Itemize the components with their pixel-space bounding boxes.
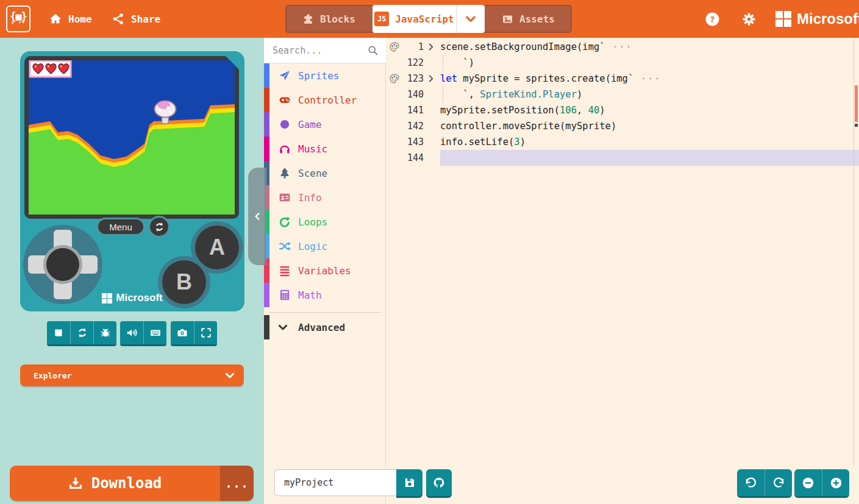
- indent-guide: [443, 55, 443, 71]
- sim-reset-button[interactable]: [148, 216, 170, 238]
- redo-button[interactable]: [765, 469, 792, 496]
- line-number: 123: [401, 73, 424, 84]
- code-line-140[interactable]: 140 `, SpriteKind.Player): [386, 87, 859, 102]
- debug-icon: [100, 327, 111, 338]
- code-token: `): [440, 57, 474, 68]
- redo-icon: [772, 477, 785, 489]
- tab-javascript-dropdown[interactable]: [456, 5, 485, 33]
- explorer-toggle[interactable]: Explorer: [20, 364, 244, 386]
- simulator-screen-bezel: [24, 56, 239, 219]
- fullscreen-button[interactable]: [194, 321, 217, 344]
- toolbox-category-sprites[interactable]: Sprites: [264, 63, 386, 88]
- code-editor[interactable]: 1scene.setBackgroundImage(img` ···122 `)…: [386, 38, 859, 504]
- toolbox-category-variables[interactable]: Variables: [264, 258, 386, 283]
- toolbox-search-input[interactable]: Search...: [264, 38, 386, 63]
- fold-chevron-icon[interactable]: [427, 43, 435, 51]
- code-text: controller.moveSprite(mySprite): [440, 121, 616, 132]
- header: {■} + •• Home Share Blocks JS JavaScript…: [0, 0, 859, 38]
- screenshot-button[interactable]: [171, 321, 194, 344]
- toolbox-category-info[interactable]: Info: [264, 185, 386, 210]
- stop-button[interactable]: [47, 321, 70, 344]
- download-row: Download ...: [10, 466, 254, 501]
- download-button[interactable]: Download: [10, 466, 220, 501]
- code-line-141[interactable]: 141mySprite.setPosition(106, 40): [386, 102, 859, 118]
- keyboard-button[interactable]: [143, 321, 166, 344]
- code-line-142[interactable]: 142controller.moveSprite(mySprite): [386, 118, 859, 134]
- glyph-spacer: [389, 152, 400, 163]
- editor-overview-ruler[interactable]: [854, 38, 859, 466]
- help-button[interactable]: ?: [701, 0, 723, 38]
- restart-button[interactable]: [70, 321, 93, 344]
- explorer-label: Explorer: [34, 371, 72, 380]
- code-token: `,: [440, 89, 480, 100]
- chevron-down-icon: [224, 370, 235, 381]
- code-line-122[interactable]: 122 `): [386, 55, 859, 71]
- category-label: Scene: [298, 168, 327, 179]
- code-token: 3: [514, 137, 519, 147]
- mute-icon: [126, 327, 137, 338]
- arcade-logo-icon[interactable]: {■} + ••: [6, 5, 30, 32]
- arcade-logo-pads: + ••: [11, 21, 25, 26]
- sim-control-group-0: [47, 321, 116, 344]
- debug-button[interactable]: [93, 321, 116, 344]
- help-icon: ?: [705, 12, 720, 27]
- code-token: 106: [560, 105, 577, 116]
- simulator-device: Menu A B Microsoft: [20, 51, 244, 311]
- home-button[interactable]: Home: [49, 0, 92, 38]
- toolbox-category-logic[interactable]: Logic: [264, 234, 386, 258]
- screenshot-icon: [177, 327, 188, 338]
- toolbox-category-game[interactable]: Game: [264, 112, 386, 137]
- tab-javascript[interactable]: JS JavaScript: [372, 5, 456, 33]
- makecode-arcade-editor: { "header": { "home_label": "Home", "sha…: [0, 0, 859, 504]
- zoom-out-button[interactable]: [794, 469, 822, 496]
- share-button[interactable]: Share: [112, 0, 160, 38]
- code-token: SpriteKind.Player: [480, 89, 577, 100]
- calculator-icon: [279, 289, 291, 301]
- code-line-1[interactable]: 1scene.setBackgroundImage(img` ···: [386, 39, 859, 55]
- tab-blocks-label: Blocks: [320, 13, 355, 25]
- fold-chevron-icon[interactable]: [427, 74, 435, 83]
- toolbox-category-loops[interactable]: Loops: [264, 210, 386, 234]
- toolbox-advanced-toggle[interactable]: Advanced: [264, 315, 386, 339]
- line-number: 144: [401, 152, 424, 163]
- save-icon: [404, 477, 416, 489]
- toolbox-category-music[interactable]: Music: [264, 137, 386, 161]
- code-text: `): [440, 57, 474, 68]
- category-color-strip: [264, 137, 269, 161]
- sim-control-group-2: [171, 321, 217, 344]
- microsoft-logo[interactable]: Microsoft: [775, 0, 859, 38]
- project-name-input[interactable]: myProject: [274, 469, 396, 496]
- tab-blocks[interactable]: Blocks: [285, 5, 372, 33]
- zoom-in-button[interactable]: [822, 469, 849, 496]
- mute-button[interactable]: [120, 321, 143, 344]
- microsoft-squares-icon: [775, 11, 791, 27]
- loop-icon: [279, 216, 291, 228]
- toolbox-category-scene[interactable]: Scene: [264, 161, 386, 185]
- download-options-button[interactable]: ...: [220, 466, 254, 501]
- code-line-123[interactable]: 123let mySprite = sprites.create(img` ··…: [386, 71, 859, 87]
- indent-guide: [443, 87, 443, 102]
- code-token: info.setLife(: [440, 137, 514, 147]
- tab-assets[interactable]: Assets: [485, 5, 572, 33]
- github-icon: [433, 477, 445, 489]
- dpad-center[interactable]: [46, 248, 79, 281]
- github-button[interactable]: [426, 469, 452, 496]
- fullscreen-icon: [201, 327, 212, 338]
- category-label: Math: [298, 289, 322, 301]
- game-screen[interactable]: [29, 60, 235, 215]
- toolbox-category-math[interactable]: Math: [264, 283, 386, 307]
- fold-spacer: [427, 138, 435, 146]
- category-label: Variables: [298, 265, 351, 277]
- editor-mode-tabbar: Blocks JS JavaScript Assets: [285, 5, 572, 33]
- toolbox-category-controller[interactable]: Controller: [264, 88, 386, 112]
- glyph-spacer: [389, 121, 400, 132]
- settings-button[interactable]: [736, 0, 761, 38]
- simulator-collapse-handle[interactable]: [248, 168, 266, 265]
- code-line-143[interactable]: 143info.setLife(3): [386, 134, 859, 150]
- microsoft-squares-icon: [102, 293, 112, 303]
- headphones-icon: [279, 143, 291, 155]
- undo-button[interactable]: [737, 469, 765, 496]
- sim-menu-button[interactable]: Menu: [96, 218, 145, 236]
- save-project-button[interactable]: [396, 469, 422, 496]
- code-line-144[interactable]: 144: [386, 150, 859, 166]
